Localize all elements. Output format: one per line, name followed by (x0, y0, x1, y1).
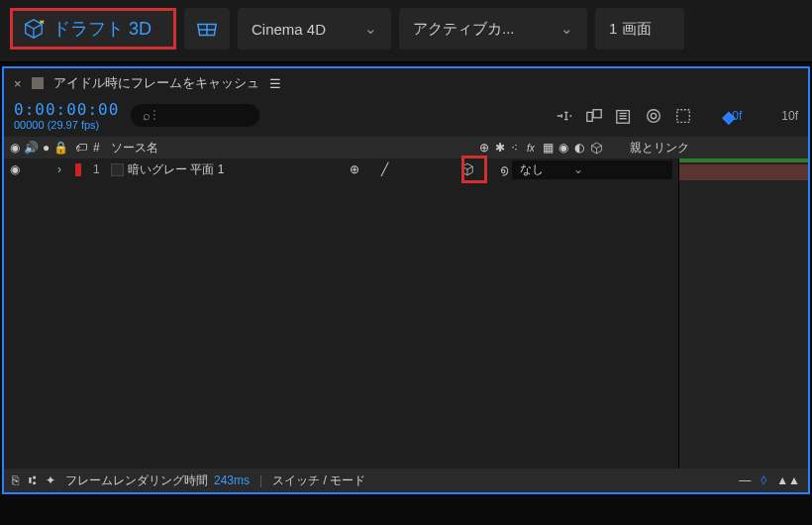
grid-view-button[interactable] (184, 8, 230, 50)
camera-dropdown[interactable]: アクティブカ... ⌄ (399, 8, 587, 50)
parent-dropdown[interactable]: なし ⌄ (512, 160, 672, 179)
chevron-down-icon: ⌄ (573, 162, 583, 176)
number-column-header[interactable]: # (87, 137, 105, 158)
layer-search-input[interactable]: ⌕⁝ (131, 104, 259, 127)
zoom-handle-icon[interactable]: ◊ (761, 473, 766, 487)
3d-sw-icon (590, 142, 604, 155)
motion-blur-icon[interactable] (615, 107, 633, 125)
link-icon[interactable]: ⎘ (12, 473, 19, 487)
ruler-tick-1: 10f (781, 109, 798, 123)
panel-header: × アイドル時にフレームをキャッシュ ☰ (4, 68, 808, 98)
layer-name: 暗いグレー 平面 1 (128, 161, 224, 178)
render-time-label: フレームレンダリング時間 (65, 472, 208, 489)
search-icon: ⌕⁝ (143, 108, 158, 123)
zoom-out-icon[interactable]: — (739, 473, 751, 487)
fx-icon: fx (527, 143, 541, 154)
switch-mode-toggle[interactable]: スイッチ / モード (272, 472, 365, 489)
timeline-panel: × アイドル時にフレームをキャッシュ ☰ 0:00:00:00 00000 (2… (2, 66, 810, 494)
timeline-ruler[interactable]: ◆ 0f 10f (732, 109, 798, 123)
timeline-body: ◉ › 1 暗いグレー 平面 1 ⊕ ╱ (4, 158, 808, 483)
views-button[interactable]: 1 画面 (595, 8, 684, 50)
cube3d-icon (23, 18, 45, 40)
render-time-value: 243ms (214, 473, 250, 487)
svg-point-4 (652, 113, 657, 118)
render-queue-icon[interactable] (674, 107, 692, 125)
svg-rect-2 (617, 110, 630, 123)
parent-value: なし (520, 161, 544, 178)
layer-number: 1 (93, 162, 100, 176)
quality-switch[interactable]: ╱ (381, 162, 395, 176)
highlight-3d-switch (461, 156, 487, 183)
layer-color-chip[interactable] (75, 163, 81, 176)
top-toolbar: ドラフト 3D Cinema 4D ⌄ アクティブカ... ⌄ 1 画面 (0, 0, 812, 62)
twirl-icon[interactable]: › (57, 162, 61, 176)
eye-toggle[interactable]: ◉ (10, 162, 20, 176)
layer-bar[interactable] (679, 164, 808, 180)
source-column-header[interactable]: ソース名 (105, 137, 473, 158)
draft-3d-button[interactable]: ドラフト 3D (10, 8, 176, 50)
svg-rect-5 (677, 109, 690, 122)
work-area[interactable] (679, 158, 808, 162)
draft-3d-label: ドラフト 3D (52, 17, 152, 41)
camera-label: アクティブカ... (413, 20, 515, 39)
layer-row[interactable]: ◉ › 1 暗いグレー 平面 1 ⊕ ╱ (4, 158, 678, 180)
tag-icon: 🏷 (75, 141, 87, 155)
solid-type-icon (111, 163, 124, 176)
dots-icon: ⁖ (511, 141, 525, 155)
timecode-block[interactable]: 0:00:00:00 00000 (29.97 fps) (14, 100, 119, 131)
fps-readout: 00000 (29.97 fps) (14, 119, 119, 131)
transform-switch[interactable]: ⊕ (350, 162, 363, 176)
svg-rect-1 (593, 109, 601, 117)
av-columns-header: ◉ 🔊 ● 🔒 (4, 137, 69, 158)
chevron-down-icon: ⌄ (560, 20, 573, 38)
status-bar: ⎘ ⑆ ✦ フレームレンダリング時間 243ms | スイッチ / モード — … (4, 469, 808, 492)
panel-menu-button[interactable]: ☰ (269, 76, 281, 91)
renderer-dropdown[interactable]: Cinema 4D ⌄ (238, 8, 391, 50)
svg-rect-0 (587, 112, 592, 121)
panel-title: アイドル時にフレームをキャッシュ (53, 74, 259, 92)
adjust-sw-icon: ◐ (574, 141, 588, 155)
shy-icon[interactable] (556, 107, 573, 125)
marker-icon[interactable]: ✦ (46, 473, 55, 487)
column-header-row: ◉ 🔊 ● 🔒 🏷 # ソース名 ⊕ ✱ ⁖ fx ▦ ◉ ◐ 親とリンク (4, 137, 808, 158)
timeline-track-pane[interactable] (679, 158, 808, 483)
switches-column-header: ⊕ ✱ ⁖ fx ▦ ◉ ◐ (473, 137, 624, 158)
cti-marker-icon[interactable]: ◆ (722, 106, 736, 128)
renderer-label: Cinema 4D (252, 21, 326, 38)
asterisk-icon: ✱ (495, 141, 509, 155)
motionblur-sw-icon: ◉ (558, 141, 572, 155)
timecode: 0:00:00:00 (14, 100, 119, 119)
graph-editor-icon[interactable] (645, 107, 662, 125)
svg-point-3 (648, 109, 660, 122)
grid-icon (196, 20, 218, 38)
pickwhip-icon[interactable]: ൭ (500, 162, 508, 176)
panel-tool-icons (556, 107, 692, 125)
views-label: 1 画面 (609, 20, 652, 39)
frame-blend-icon[interactable] (585, 107, 603, 125)
close-panel-button[interactable]: × (14, 76, 22, 91)
solo-icon: ● (43, 141, 50, 155)
timecode-row: 0:00:00:00 00000 (29.97 fps) ⌕⁝ ◆ 0f 10f (4, 98, 808, 137)
comp-color-swatch (32, 77, 44, 89)
speaker-icon: 🔊 (24, 141, 39, 155)
chevron-down-icon: ⌄ (364, 20, 377, 38)
snap-icon[interactable]: ⑆ (29, 473, 36, 487)
transform-icon: ⊕ (479, 141, 493, 155)
parent-column-header[interactable]: 親とリンク (624, 137, 808, 158)
layer-list-pane: ◉ › 1 暗いグレー 平面 1 ⊕ ╱ (4, 158, 679, 483)
frameblend-sw-icon: ▦ (543, 141, 557, 155)
lock-icon: 🔒 (53, 141, 68, 155)
eye-icon: ◉ (10, 141, 20, 155)
zoom-in-icon[interactable]: ▲▲ (776, 473, 800, 487)
label-column-header[interactable]: 🏷 (69, 137, 87, 158)
